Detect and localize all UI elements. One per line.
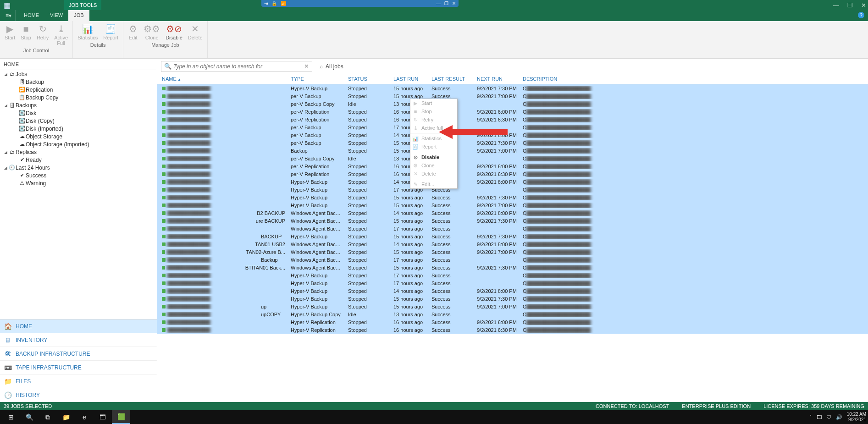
tree-node-object-storage[interactable]: ☁Object Storage xyxy=(0,132,157,140)
tree-node-backup[interactable]: 🗄Backup xyxy=(0,78,157,86)
taskbar-button-1[interactable]: 🔍 xyxy=(20,410,39,424)
menu-tab-job[interactable]: JOB xyxy=(68,10,89,21)
remote-restore-icon[interactable]: ❐ xyxy=(444,1,448,6)
window-maximize-icon[interactable]: ❐ xyxy=(847,2,853,9)
taskbar-button-6[interactable]: 🟩 xyxy=(112,410,130,424)
table-row[interactable]: ████████████Hyper-V BackupStopped17 hour… xyxy=(157,279,868,287)
tree-node-backup-copy[interactable]: 📋Backup Copy xyxy=(0,94,157,101)
tree-node-ready[interactable]: ✔Ready xyxy=(0,156,157,164)
tree-node-disk[interactable]: 💽Disk xyxy=(0,109,157,117)
tray-action-icon[interactable]: 🗔 xyxy=(817,414,822,420)
table-row[interactable]: ████████████Hyper-V BackupStopped15 hour… xyxy=(157,295,868,303)
nav-files[interactable]: 📁FILES xyxy=(0,374,157,388)
table-row[interactable]: ████████████TAN02-Azure B...Windows Agen… xyxy=(157,248,868,256)
tree-node-backups[interactable]: ◢🗄Backups xyxy=(0,101,157,109)
table-row[interactable]: ████████████per-V ReplicationStopped16 h… xyxy=(157,162,868,170)
col-type[interactable]: TYPE xyxy=(288,74,345,84)
tree-node-replication[interactable]: 🔁Replication xyxy=(0,86,157,94)
window-close-icon[interactable]: ✕ xyxy=(861,2,866,9)
menu-tab-view[interactable]: VIEW xyxy=(44,10,68,21)
col-name[interactable]: NAME xyxy=(157,74,288,84)
signal-icon[interactable]: 📶 xyxy=(281,1,286,6)
tree-node-warning[interactable]: ⚠Warning xyxy=(0,179,157,187)
table-row[interactable]: ████████████per-V BackupStopped15 hours … xyxy=(157,92,868,100)
status-dot-icon xyxy=(162,126,166,129)
table-row[interactable]: ████████████per-V Backup CopyIdle13 hour… xyxy=(157,154,868,162)
col-result[interactable]: LAST RESULT xyxy=(429,74,474,84)
table-row[interactable]: ████████████per-V Backup CopyIdle13 hour… xyxy=(157,100,868,108)
nav-inventory[interactable]: 🖥INVENTORY xyxy=(0,333,157,347)
table-row[interactable]: ████████████per-V BackupStopped14 hours … xyxy=(157,131,868,139)
status-dot-icon xyxy=(162,235,166,238)
table-row[interactable]: ████████████BACKUPHyper-V BackupStopped1… xyxy=(157,232,868,240)
table-row[interactable]: ████████████BackupStopped15 hours agoSuc… xyxy=(157,147,868,154)
col-next[interactable]: NEXT RUN xyxy=(474,74,520,84)
window-minimize-icon[interactable]: — xyxy=(833,2,839,9)
ribbon: ▶Start■Stop↻Retry⤓ActiveFullJob Control📊… xyxy=(0,21,868,59)
table-row[interactable]: ████████████Hyper-V BackupStopped15 hour… xyxy=(157,201,868,209)
table-row[interactable]: ████████████B2 BACKUPWindows Agent Backu… xyxy=(157,209,868,217)
ribbon-disable-button[interactable]: ⚙⊘Disable xyxy=(163,22,185,41)
pin-icon[interactable]: ⇥ xyxy=(264,1,268,6)
taskbar-button-5[interactable]: 🗔 xyxy=(94,410,112,424)
tree-node-disk-copy-[interactable]: 💽Disk (Copy) xyxy=(0,117,157,125)
table-row[interactable]: ████████████Hyper-V ReplicationStopped16… xyxy=(157,318,868,326)
grid-header[interactable]: NAME TYPE STATUS LAST RUN LAST RESULT NE… xyxy=(157,74,868,84)
nav-tape-infra[interactable]: 📼TAPE INFRASTRUCTURE xyxy=(0,361,157,374)
remote-session-bar[interactable]: ⇥ 🔒 📶 — ❐ ✕ xyxy=(261,0,459,7)
context-tab-jobtools[interactable]: JOB TOOLS xyxy=(64,0,101,10)
ctx-disable[interactable]: ⊘Disable xyxy=(410,153,457,161)
tree-node-object-storage-imported-[interactable]: ☁Object Storage (Imported) xyxy=(0,140,157,148)
col-status[interactable]: STATUS xyxy=(345,74,391,84)
col-last[interactable]: LAST RUN xyxy=(391,74,429,84)
search-box[interactable]: 🔍 ✕ xyxy=(161,61,312,72)
tree-node-success[interactable]: ✔Success xyxy=(0,171,157,179)
table-row[interactable]: ████████████BTITAN01 Back...Windows Agen… xyxy=(157,264,868,271)
filter-alljobs[interactable]: ⌕ All jobs xyxy=(320,63,343,70)
tree-node-jobs[interactable]: ◢🗂Jobs xyxy=(0,70,157,78)
tray-volume-icon[interactable]: 🔊 xyxy=(836,414,842,420)
table-row[interactable]: ████████████per-V ReplicationStopped16 h… xyxy=(157,108,868,116)
tree-node-last-24-hours[interactable]: ◢🕘Last 24 Hours xyxy=(0,164,157,171)
taskbar-button-3[interactable]: 📁 xyxy=(57,410,75,424)
table-row[interactable]: ████████████Hyper-V BackupStopped17 hour… xyxy=(157,186,868,193)
table-row[interactable]: ████████████Hyper-V BackupStopped15 hour… xyxy=(157,193,868,201)
table-row[interactable]: ████████████upHyper-V BackupStopped15 ho… xyxy=(157,303,868,310)
remote-close-icon[interactable]: ✕ xyxy=(452,1,456,6)
tray-security-icon[interactable]: 🛡 xyxy=(826,414,831,420)
table-row[interactable]: ████████████Hyper-V BackupStopped14 hour… xyxy=(157,287,868,295)
table-row[interactable]: ████████████Hyper-V BackupStopped17 hour… xyxy=(157,271,868,279)
table-row[interactable]: ████████████Hyper-V ReplicationStopped16… xyxy=(157,326,868,334)
table-row[interactable]: ████████████upCOPYHyper-V Backup CopyIdl… xyxy=(157,310,868,318)
tree-node-replicas[interactable]: ◢🗂Replicas xyxy=(0,148,157,156)
context-menu[interactable]: ▶Start■Stop↻Retry⤓Active full📊Statistics… xyxy=(410,99,458,189)
nav-home[interactable]: 🏠HOME xyxy=(0,319,157,333)
table-row[interactable]: ████████████per-V BackupStopped17 hours … xyxy=(157,123,868,131)
nav-history[interactable]: 🕑HISTORY xyxy=(0,388,157,402)
taskbar-button-0[interactable]: ⊞ xyxy=(2,410,20,424)
table-row[interactable]: ████████████per-V ReplicationStopped16 h… xyxy=(157,116,868,123)
windows-taskbar[interactable]: ⊞🔍⧉📁e🗔🟩 ˄ 🗔 🛡 🔊 10:22 AM 9/2/2021 xyxy=(0,410,868,424)
taskbar-clock[interactable]: 10:22 AM 9/2/2021 xyxy=(847,412,866,423)
table-row[interactable]: ████████████Hyper-V BackupStopped15 hour… xyxy=(157,84,868,92)
help-icon[interactable]: ? xyxy=(858,12,864,18)
table-row[interactable]: ████████████per-V ReplicationStopped16 h… xyxy=(157,170,868,178)
app-menu-button[interactable]: ≡▾ xyxy=(2,10,16,21)
search-input[interactable] xyxy=(173,63,301,70)
tray-overflow-icon[interactable]: ˄ xyxy=(809,414,812,420)
nav-backup-infra[interactable]: 🛠BACKUP INFRASTRUCTURE xyxy=(0,347,157,361)
taskbar-button-2[interactable]: ⧉ xyxy=(39,410,57,424)
tree-node-disk-imported-[interactable]: 💽Disk (Imported) xyxy=(0,125,157,132)
menu-tab-home[interactable]: HOME xyxy=(18,10,44,21)
table-row[interactable]: ████████████ure BACKUPWindows Agent Back… xyxy=(157,217,868,225)
col-desc[interactable]: DESCRIPTION xyxy=(520,74,868,84)
table-row[interactable]: ████████████BackupWindows Agent BackupSt… xyxy=(157,256,868,264)
table-row[interactable]: ████████████Hyper-V BackupStopped14 hour… xyxy=(157,178,868,186)
table-row[interactable]: ████████████TAN01-USB2Windows Agent Back… xyxy=(157,240,868,248)
clear-search-icon[interactable]: ✕ xyxy=(304,63,309,70)
lock-icon[interactable]: 🔒 xyxy=(271,1,277,6)
taskbar-button-4[interactable]: e xyxy=(75,410,94,424)
table-row[interactable]: ████████████per-V BackupStopped15 hours … xyxy=(157,139,868,147)
table-row[interactable]: ████████████Windows Agent BackupStopped1… xyxy=(157,225,868,232)
remote-minimize-icon[interactable]: — xyxy=(436,1,441,6)
